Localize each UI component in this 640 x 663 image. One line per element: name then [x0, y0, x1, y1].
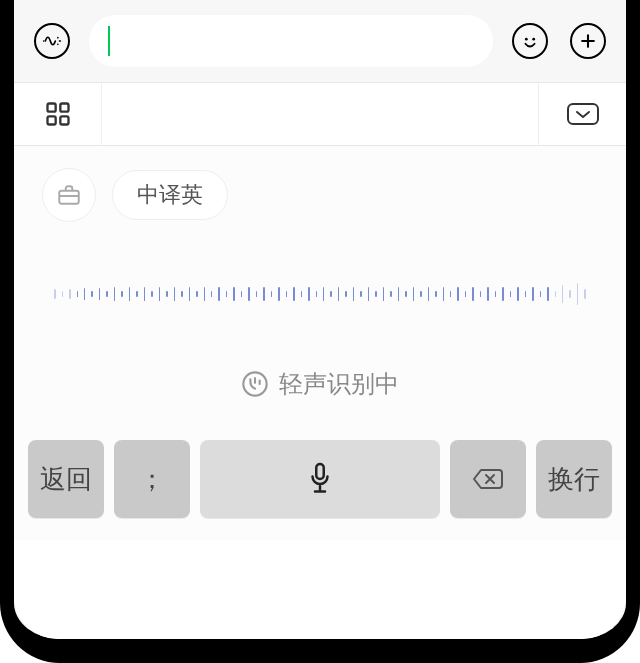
- wave-bar: [189, 287, 190, 301]
- smile-icon: [519, 30, 541, 52]
- wave-bar: [562, 285, 563, 303]
- wave-bar: [181, 291, 182, 297]
- add-button[interactable]: [566, 19, 610, 63]
- screen-content: 中译英 轻声识别中 返回 ；: [14, 0, 626, 639]
- wave-bar: [248, 287, 249, 301]
- wave-bar: [338, 287, 339, 301]
- wave-bar: [218, 287, 219, 301]
- wave-bar: [547, 287, 548, 301]
- wave-bar: [308, 287, 309, 301]
- wave-bar: [487, 287, 488, 301]
- voice-status-icon: [241, 370, 269, 398]
- wave-bar: [390, 291, 391, 297]
- wave-bar: [584, 289, 585, 299]
- newline-key[interactable]: 换行: [536, 440, 612, 518]
- wave-bar: [316, 291, 317, 297]
- wave-bar: [278, 287, 279, 301]
- wave-bar: [121, 291, 122, 297]
- wave-bar: [99, 288, 100, 300]
- wave-bar: [457, 287, 458, 301]
- plus-icon: [578, 31, 598, 51]
- wave-bar: [241, 291, 242, 297]
- wave-bar: [532, 287, 533, 301]
- svg-point-11: [243, 372, 266, 395]
- wave-bar: [151, 291, 152, 297]
- wave-bar: [443, 287, 444, 301]
- wave-bar: [383, 287, 384, 301]
- briefcase-icon: [56, 182, 82, 208]
- wave-bar: [413, 287, 414, 301]
- wave-bar: [353, 287, 354, 301]
- svg-point-4: [532, 38, 535, 41]
- wave-bar: [196, 291, 197, 297]
- wave-bar: [54, 289, 55, 299]
- wave-bar: [159, 287, 160, 301]
- return-key[interactable]: 返回: [28, 440, 104, 518]
- wave-bar: [435, 291, 436, 297]
- wave-bar: [510, 291, 511, 297]
- voice-waveform: [14, 244, 626, 344]
- bottom-key-row: 返回 ； 换行: [14, 430, 626, 540]
- wave-bar: [301, 291, 302, 297]
- svg-point-1: [59, 40, 61, 42]
- wave-bar: [271, 291, 272, 297]
- wave-bar: [226, 291, 227, 297]
- wave-bar: [398, 287, 399, 301]
- wave-bar: [256, 291, 257, 297]
- wave-bar: [106, 291, 107, 297]
- collapse-keyboard-button[interactable]: [538, 83, 626, 145]
- svg-rect-12: [316, 464, 324, 479]
- wave-bar: [211, 291, 212, 297]
- wave-bar: [114, 287, 115, 301]
- wave-bar: [555, 291, 556, 297]
- newline-key-label: 换行: [548, 462, 600, 497]
- wave-bar: [174, 287, 175, 301]
- wave-bar: [77, 291, 78, 297]
- wave-bar: [286, 291, 287, 297]
- svg-point-3: [525, 38, 528, 41]
- voice-input-button[interactable]: [30, 19, 74, 63]
- semicolon-key[interactable]: ；: [114, 440, 190, 518]
- wave-bar: [540, 291, 541, 297]
- svg-rect-8: [60, 116, 68, 124]
- microphone-icon: [305, 461, 335, 497]
- backspace-icon: [471, 466, 505, 492]
- input-row: [14, 0, 626, 82]
- wave-bar: [345, 291, 346, 297]
- apps-button[interactable]: [14, 83, 102, 145]
- translate-chip-label: 中译英: [137, 180, 203, 210]
- backspace-key[interactable]: [450, 440, 526, 518]
- wave-bar: [84, 288, 85, 300]
- wave-bar: [577, 283, 578, 305]
- translate-chip[interactable]: 中译英: [112, 170, 228, 220]
- svg-rect-6: [60, 104, 68, 112]
- sound-wave-icon: [42, 31, 62, 51]
- wave-bar: [91, 291, 92, 297]
- wave-bar: [405, 291, 406, 297]
- microphone-key[interactable]: [200, 440, 440, 518]
- return-key-label: 返回: [40, 462, 92, 497]
- semicolon-key-label: ；: [139, 462, 165, 497]
- wave-bar: [233, 287, 234, 301]
- wave-bar: [525, 291, 526, 297]
- emoji-button[interactable]: [508, 19, 552, 63]
- voice-status-text: 轻声识别中: [279, 368, 399, 400]
- wave-bar: [166, 291, 167, 297]
- wave-bar: [502, 287, 503, 301]
- briefcase-chip[interactable]: [42, 168, 96, 222]
- wave-bar: [465, 291, 466, 297]
- wave-bar: [428, 287, 429, 301]
- svg-point-0: [57, 37, 59, 39]
- wave-bar: [368, 287, 369, 301]
- wave-bar: [420, 291, 421, 297]
- wave-bar: [480, 291, 481, 297]
- wave-bar: [330, 291, 331, 297]
- wave-bar: [293, 287, 294, 301]
- grid-icon: [44, 100, 72, 128]
- svg-rect-7: [47, 116, 55, 124]
- message-input[interactable]: [88, 14, 494, 68]
- keyboard-toolbar: [14, 82, 626, 146]
- wave-bar: [360, 291, 361, 297]
- svg-rect-9: [568, 104, 598, 124]
- wave-bar: [62, 291, 63, 297]
